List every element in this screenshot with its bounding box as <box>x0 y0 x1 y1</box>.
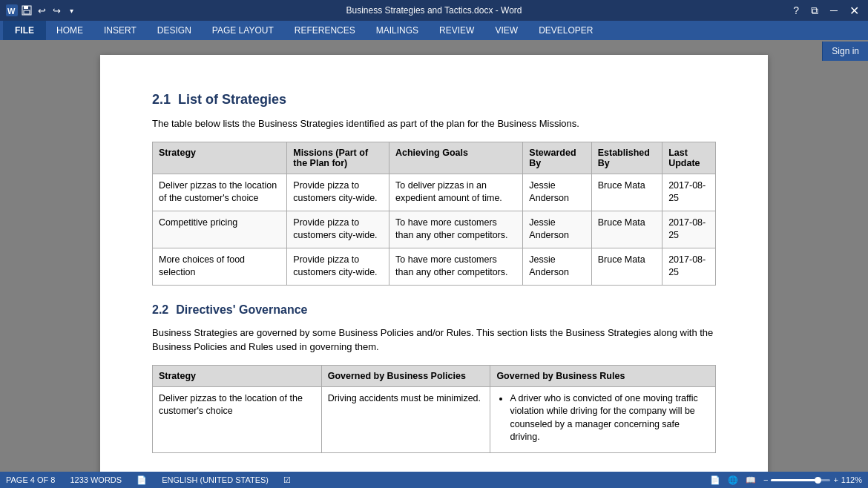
help-button[interactable]: ? <box>790 4 802 16</box>
tab-insert[interactable]: INSERT <box>93 21 147 40</box>
document-icon: 📄 <box>137 475 147 485</box>
table-row: Competitive pricing Provide pizza to cus… <box>153 211 716 248</box>
tab-page-layout[interactable]: PAGE LAYOUT <box>202 21 284 40</box>
undo-icon[interactable]: ↩ <box>36 4 47 16</box>
ribbon: FILE HOME INSERT DESIGN PAGE LAYOUT REFE… <box>0 21 868 40</box>
col-update: Last Update <box>662 142 716 174</box>
cell-established: Bruce Mata <box>591 174 662 211</box>
document-page: 2.1 List of Strategies The table below l… <box>100 55 768 488</box>
gov-col-strategy: Strategy <box>153 365 322 386</box>
window-title: Business Strategies and Tactics.docx - W… <box>346 5 522 16</box>
window-controls: ? ⧉ ─ ✕ <box>790 4 862 18</box>
status-bar: PAGE 4 OF 8 1233 WORDS 📄 ENGLISH (UNITED… <box>0 472 868 488</box>
tab-view[interactable]: VIEW <box>484 21 528 40</box>
cell-stewarded: Jessie Anderson <box>523 174 591 211</box>
tab-mailings[interactable]: MAILINGS <box>366 21 429 40</box>
strategies-table: Strategy Missions (Part of the Plan for)… <box>152 142 716 286</box>
cell-strategy: Deliver pizzas to the location of the cu… <box>153 174 287 211</box>
view-print-icon[interactable]: 📄 <box>710 475 720 485</box>
tab-home[interactable]: HOME <box>46 21 93 40</box>
section-22-intro: Business Strategies are governed by some… <box>152 326 716 355</box>
redo-icon[interactable]: ↪ <box>50 4 62 16</box>
tab-developer[interactable]: DEVELOPER <box>528 21 603 40</box>
tab-design[interactable]: DESIGN <box>147 21 202 40</box>
restore-button[interactable]: ⧉ <box>808 4 821 17</box>
tab-file[interactable]: FILE <box>3 21 46 40</box>
cell-missions: Provide pizza to customers city-wide. <box>287 211 389 248</box>
track-changes-icon: ☑ <box>283 475 291 485</box>
svg-rect-4 <box>24 10 30 14</box>
gov-col-rules: Governed by Business Rules <box>490 365 716 386</box>
zoom-plus[interactable]: + <box>833 475 838 484</box>
cell-missions: Provide pizza to customers city-wide. <box>287 174 389 211</box>
svg-rect-3 <box>24 6 28 9</box>
save-icon[interactable] <box>21 4 33 16</box>
cell-missions: Provide pizza to customers city-wide. <box>287 248 389 285</box>
cell-strategy: More choices of food selection <box>153 248 287 285</box>
view-read-icon[interactable]: 📖 <box>746 475 756 485</box>
cell-strategy: Competitive pricing <box>153 211 287 248</box>
col-missions: Missions (Part of the Plan for) <box>287 142 389 174</box>
cell-goals: To have more customers than any other co… <box>389 248 523 285</box>
zoom-minus[interactable]: − <box>763 475 768 484</box>
document-area: 2.1 List of Strategies The table below l… <box>0 40 868 488</box>
section-22-heading: 2.2 Directives' Governance <box>152 303 716 317</box>
cell-update: 2017-08-25 <box>662 211 716 248</box>
table-row: More choices of food selection Provide p… <box>153 248 716 285</box>
title-bar: W ↩ ↪ ▾ Business Strategies and Tactics.… <box>0 0 868 21</box>
zoom-level: 112% <box>841 475 862 484</box>
zoom-control[interactable]: − + 112% <box>763 475 862 484</box>
col-strategy: Strategy <box>153 142 287 174</box>
sign-in-button[interactable]: Sign in <box>822 42 868 61</box>
cell-stewarded: Jessie Anderson <box>523 248 591 285</box>
page-count: PAGE 4 OF 8 <box>6 475 55 484</box>
cell-gov-rules: A driver who is convicted of one moving … <box>490 386 716 452</box>
cell-update: 2017-08-25 <box>662 174 716 211</box>
tab-references[interactable]: REFERENCES <box>284 21 366 40</box>
customize-icon[interactable]: ▾ <box>65 4 77 16</box>
section-21-heading: 2.1 List of Strategies <box>152 92 716 108</box>
cell-established: Bruce Mata <box>591 211 662 248</box>
governance-table: Strategy Governed by Business Policies G… <box>152 365 716 453</box>
view-web-icon[interactable]: 🌐 <box>728 475 738 485</box>
close-button[interactable]: ✕ <box>846 4 862 18</box>
ribbon-tabs: FILE HOME INSERT DESIGN PAGE LAYOUT REFE… <box>0 21 868 40</box>
col-stewarded: Stewarded By <box>523 142 591 174</box>
cell-stewarded: Jessie Anderson <box>523 211 591 248</box>
cell-gov-strategy: Deliver pizzas to the location of the cu… <box>153 386 322 452</box>
cell-established: Bruce Mata <box>591 248 662 285</box>
word-icon: W <box>6 4 18 16</box>
word-count: 1233 WORDS <box>70 475 122 484</box>
table-row: Deliver pizzas to the location of the cu… <box>153 386 716 452</box>
gov-col-policies: Governed by Business Policies <box>321 365 490 386</box>
table-row: Deliver pizzas to the location of the cu… <box>153 174 716 211</box>
cell-goals: To deliver pizzas in an expedient amount… <box>389 174 523 211</box>
quick-access-toolbar: W ↩ ↪ ▾ <box>6 4 77 16</box>
cell-gov-policies: Driving accidents must be minimized. <box>321 386 490 452</box>
section-21-intro: The table below lists the Business Strat… <box>152 116 716 131</box>
cell-goals: To have more customers than any other co… <box>389 211 523 248</box>
cell-update: 2017-08-25 <box>662 248 716 285</box>
col-established: Established By <box>591 142 662 174</box>
language: ENGLISH (UNITED STATES) <box>162 475 269 484</box>
status-right: 📄 🌐 📖 − + 112% <box>710 475 862 485</box>
tab-review[interactable]: REVIEW <box>429 21 484 40</box>
minimize-button[interactable]: ─ <box>827 4 841 16</box>
svg-text:W: W <box>7 7 16 16</box>
col-goals: Achieving Goals <box>389 142 523 174</box>
